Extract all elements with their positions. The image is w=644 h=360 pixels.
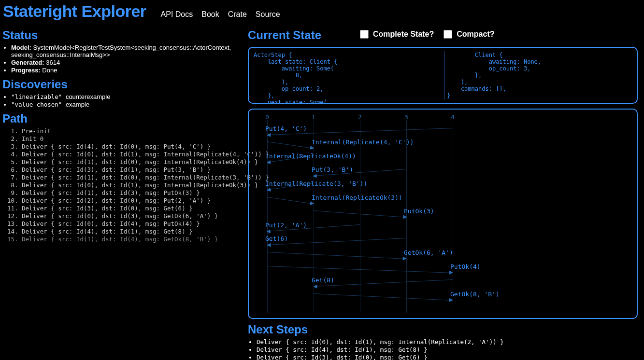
lane-line [267, 120, 268, 313]
nav-link-crate[interactable]: Crate [228, 10, 247, 18]
discovery-prop: "value chosen" [11, 101, 66, 108]
path-step[interactable]: Deliver { src: Id(1), dst: Id(4), msg: G… [22, 235, 244, 243]
current-state-heading: Current State [248, 28, 321, 42]
path-step[interactable]: Deliver { src: Id(1), dst: Id(3), msg: P… [22, 189, 244, 196]
status-generated: Generated: 3614 [11, 59, 244, 66]
message-label: Internal(Replicate(3, 'B')) [265, 180, 367, 187]
message-label: Get(6) [265, 235, 288, 242]
next-step-link[interactable]: Deliver { src: Id(3), dst: Id(0), msg: G… [257, 354, 428, 360]
path-step[interactable]: Deliver { src: Id(1), dst: Id(0), msg: I… [22, 174, 244, 181]
message-label: PutOk(3) [404, 208, 434, 215]
discovery-link[interactable]: example [66, 101, 89, 108]
discovery-item: "linearizable" counterexample [11, 93, 244, 100]
path-list: Pre-initInit 0Deliver { src: Id(4), dst:… [2, 127, 244, 243]
lane-number: 2 [358, 113, 362, 121]
status-list: Model: SystemModel<RegisterTestSystem<se… [11, 44, 244, 74]
discovery-link[interactable]: counterexample [66, 93, 111, 100]
state-text-right: Client { awaiting: None, op_count: 3, },… [447, 52, 541, 99]
discovery-item: "value chosen" example [11, 101, 244, 108]
lane-number: 1 [312, 113, 315, 121]
path-step[interactable]: Deliver { src: Id(3), dst: Id(0), msg: G… [22, 205, 244, 212]
state-text-divider [444, 51, 445, 100]
next-steps-heading: Next Steps [248, 323, 642, 336]
message-label: Internal(ReplicateOk(4)) [265, 152, 356, 160]
lane-number: 3 [404, 113, 408, 121]
status-progress-label: Progress: [11, 67, 41, 74]
path-step[interactable]: Init 0 [22, 135, 244, 142]
next-step-item: Deliver { src: Id(3), dst: Id(0), msg: G… [257, 354, 642, 360]
status-progress: Progress: Done [11, 67, 244, 74]
next-step-item: Deliver { src: Id(0), dst: Id(1), msg: I… [257, 338, 642, 346]
message-label: PutOk(4) [450, 263, 481, 270]
path-step[interactable]: Deliver { src: Id(2), dst: Id(0), msg: P… [22, 197, 244, 204]
header-bar: Stateright Explorer API DocsBookCrateSou… [0, 0, 644, 25]
header-nav: API DocsBookCrateSource [161, 10, 289, 19]
discoveries-list: "linearizable" counterexample"value chos… [11, 93, 244, 108]
path-step[interactable]: Deliver { src: Id(3), dst: Id(1), msg: P… [22, 166, 244, 173]
next-steps-list: Deliver { src: Id(0), dst: Id(1), msg: I… [257, 338, 642, 360]
next-step-link[interactable]: Deliver { src: Id(4), dst: Id(1), msg: G… [257, 346, 428, 353]
status-generated-label: Generated: [11, 59, 44, 66]
complete-state-checkbox[interactable] [360, 30, 369, 39]
discoveries-heading: Discoveries [2, 78, 244, 91]
path-step[interactable]: Deliver { src: Id(4), dst: Id(0), msg: P… [22, 143, 244, 150]
nav-link-api-docs[interactable]: API Docs [161, 10, 193, 18]
compact-label: Compact? [457, 30, 494, 39]
path-step[interactable]: Deliver { src: Id(4), dst: Id(1), msg: G… [22, 228, 244, 235]
compact-checkbox[interactable] [444, 30, 452, 39]
path-step[interactable]: Deliver { src: Id(1), dst: Id(0), msg: I… [22, 158, 244, 166]
message-arrow [314, 279, 453, 287]
message-label: Put(3, 'B') [312, 166, 353, 173]
nav-link-book[interactable]: Book [201, 10, 219, 18]
path-step[interactable]: Deliver { src: Id(0), dst: Id(1), msg: I… [22, 181, 244, 189]
message-label: GetOk(8, 'B') [450, 291, 500, 298]
path-step[interactable]: Deliver { src: Id(0), dst: Id(3), msg: G… [22, 212, 244, 220]
lane-line [453, 120, 453, 313]
nav-link-source[interactable]: Source [256, 10, 280, 18]
path-step[interactable]: Deliver { src: Id(0), dst: Id(4), msg: P… [22, 220, 244, 227]
message-arrow [314, 293, 453, 301]
message-arrow [267, 238, 406, 245]
status-generated-value: 3614 [46, 59, 60, 66]
compact-toggle[interactable]: Compact? [442, 28, 494, 40]
lane-number: 4 [451, 113, 455, 121]
message-arrow [267, 252, 406, 259]
message-label: Internal(Replicate(4, 'C')) [312, 138, 414, 146]
path-heading: Path [2, 112, 244, 125]
sequence-diagram: 01234Put(4, 'C')Internal(Replicate(4, 'C… [248, 109, 638, 319]
status-heading: Status [2, 28, 244, 42]
status-progress-value: Done [42, 67, 57, 74]
message-arrow [267, 197, 314, 204]
complete-state-label: Complete State? [373, 30, 434, 39]
path-step[interactable]: Pre-init [22, 127, 244, 135]
app-title: Stateright Explorer [3, 2, 146, 21]
message-arrow [267, 141, 314, 149]
state-text-box: ActorStep { last_state: Client { awaitin… [248, 47, 638, 104]
message-label: Put(2, 'A') [265, 222, 307, 229]
status-model-label: Model: [11, 44, 31, 51]
lane-number: 0 [265, 113, 269, 121]
next-step-link[interactable]: Deliver { src: Id(0), dst: Id(1), msg: I… [257, 338, 504, 346]
status-model-value: SystemModel<RegisterTestSystem<seeking_c… [11, 44, 231, 58]
message-label: Internal(ReplicateOk(3)) [312, 194, 402, 201]
state-text-left: ActorStep { last_state: Client { awaitin… [254, 52, 337, 104]
discovery-prop: "linearizable" [11, 93, 66, 100]
next-step-item: Deliver { src: Id(4), dst: Id(1), msg: G… [257, 346, 642, 353]
status-model: Model: SystemModel<RegisterTestSystem<se… [11, 44, 244, 58]
message-label: GetOk(6, 'A') [404, 249, 453, 256]
complete-state-toggle[interactable]: Complete State? [358, 28, 434, 40]
message-label: Get(8) [312, 277, 334, 284]
message-label: Put(4, 'C') [265, 125, 307, 132]
path-step[interactable]: Deliver { src: Id(0), dst: Id(1), msg: I… [22, 151, 244, 158]
